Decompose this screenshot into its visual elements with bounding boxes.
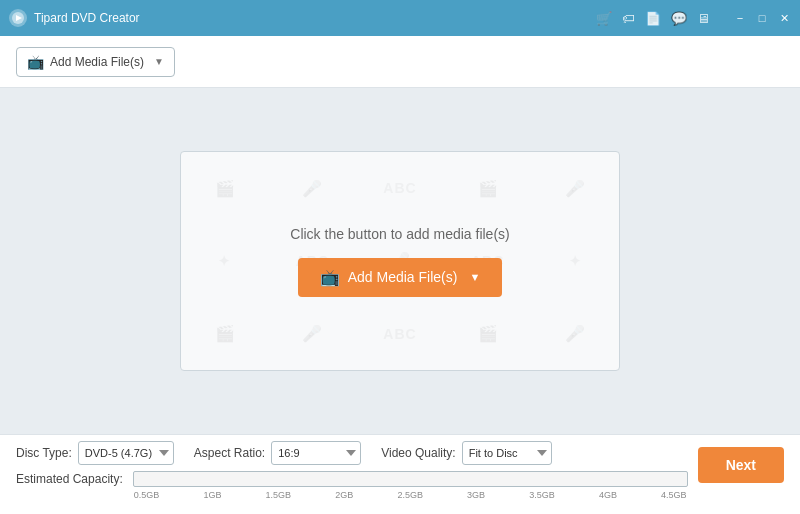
tick-7: 4GB <box>599 490 617 500</box>
tag-icon[interactable]: 🏷 <box>622 11 635 26</box>
drop-area: 🎬 🎤 ABC 🎬 🎤 ✦ ABC 🎤 ABC ✦ 🎬 🎤 ABC 🎬 🎤 Cl… <box>180 151 620 371</box>
tick-2: 1.5GB <box>266 490 292 500</box>
window-controls: − □ ✕ <box>732 10 792 26</box>
video-quality-select[interactable]: Fit to Disc High Medium Low <box>462 441 552 465</box>
add-media-center-button[interactable]: 📺 Add Media File(s) ▼ <box>298 258 503 297</box>
tick-6: 3.5GB <box>529 490 555 500</box>
main-content: 🎬 🎤 ABC 🎬 🎤 ✦ ABC 🎤 ABC ✦ 🎬 🎤 ABC 🎬 🎤 Cl… <box>0 88 800 434</box>
title-bar-icons: 🛒 🏷 📄 💬 🖥 <box>596 11 710 26</box>
add-media-toolbar-label: Add Media File(s) <box>50 55 144 69</box>
disc-type-select[interactable]: DVD-5 (4.7G) DVD-9 (8.5G) BD-25 (25G) BD… <box>78 441 174 465</box>
add-media-center-icon: 📺 <box>320 268 340 287</box>
add-media-toolbar-button[interactable]: 📺 Add Media File(s) ▼ <box>16 47 175 77</box>
video-quality-group: Video Quality: Fit to Disc High Medium L… <box>381 441 552 465</box>
app-title: Tipard DVD Creator <box>34 11 140 25</box>
cart-icon[interactable]: 🛒 <box>596 11 612 26</box>
app-logo-icon <box>8 8 28 28</box>
capacity-row: Estimated Capacity: 0.5GB 1GB 1.5GB 2GB … <box>16 471 688 487</box>
chat-icon[interactable]: 💬 <box>671 11 687 26</box>
title-bar-left: Tipard DVD Creator <box>8 8 140 28</box>
tick-5: 3GB <box>467 490 485 500</box>
tick-1: 1GB <box>203 490 221 500</box>
capacity-tick-labels: 0.5GB 1GB 1.5GB 2GB 2.5GB 3GB 3.5GB 4GB … <box>134 490 687 500</box>
tick-4: 2.5GB <box>397 490 423 500</box>
disc-type-group: Disc Type: DVD-5 (4.7G) DVD-9 (8.5G) BD-… <box>16 441 174 465</box>
center-dropdown-arrow-icon: ▼ <box>469 271 480 283</box>
file-icon[interactable]: 📄 <box>645 11 661 26</box>
maximize-button[interactable]: □ <box>754 10 770 26</box>
bottom-left: Disc Type: DVD-5 (4.7G) DVD-9 (8.5G) BD-… <box>16 441 688 487</box>
tick-8: 4.5GB <box>661 490 687 500</box>
bottom-controls: Disc Type: DVD-5 (4.7G) DVD-9 (8.5G) BD-… <box>16 441 688 465</box>
add-media-toolbar-icon: 📺 <box>27 54 44 70</box>
close-button[interactable]: ✕ <box>776 10 792 26</box>
minimize-button[interactable]: − <box>732 10 748 26</box>
title-bar: Tipard DVD Creator 🛒 🏷 📄 💬 🖥 − □ ✕ <box>0 0 800 36</box>
video-quality-label: Video Quality: <box>381 446 456 460</box>
tick-3: 2GB <box>335 490 353 500</box>
estimated-capacity-label: Estimated Capacity: <box>16 472 123 486</box>
add-media-center-label: Add Media File(s) <box>348 269 458 285</box>
bottom-main: Disc Type: DVD-5 (4.7G) DVD-9 (8.5G) BD-… <box>16 441 784 487</box>
aspect-ratio-group: Aspect Ratio: 16:9 4:3 <box>194 441 361 465</box>
toolbar-dropdown-arrow-icon: ▼ <box>154 56 164 67</box>
capacity-bar: 0.5GB 1GB 1.5GB 2GB 2.5GB 3GB 3.5GB 4GB … <box>133 471 688 487</box>
disc-type-label: Disc Type: <box>16 446 72 460</box>
toolbar: 📺 Add Media File(s) ▼ <box>0 36 800 88</box>
tick-0: 0.5GB <box>134 490 160 500</box>
aspect-ratio-select[interactable]: 16:9 4:3 <box>271 441 361 465</box>
monitor-icon[interactable]: 🖥 <box>697 11 710 26</box>
next-button[interactable]: Next <box>698 447 784 483</box>
bottom-bar: Disc Type: DVD-5 (4.7G) DVD-9 (8.5G) BD-… <box>0 434 800 514</box>
drop-prompt-text: Click the button to add media file(s) <box>290 226 509 242</box>
aspect-ratio-label: Aspect Ratio: <box>194 446 265 460</box>
